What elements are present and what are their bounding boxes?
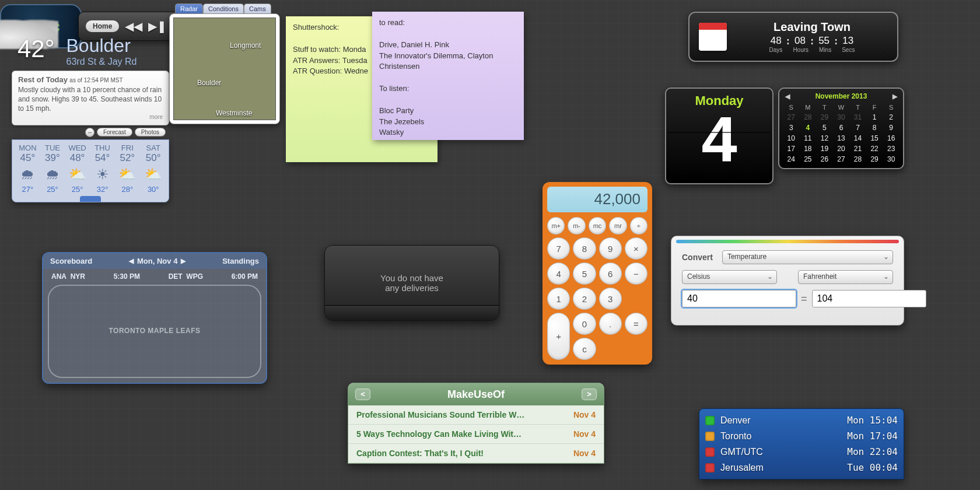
- xbmc-home-button[interactable]: Home: [86, 20, 119, 32]
- cal-day[interactable]: 5: [816, 123, 833, 133]
- weather-more-link[interactable]: more: [18, 113, 163, 121]
- score-prev-day[interactable]: ◀: [129, 257, 134, 265]
- rss-item[interactable]: Caption Contest: That's It, I Quit!Nov 4: [348, 444, 604, 463]
- prev-track-icon[interactable]: ◀◀: [125, 19, 142, 33]
- radar-tab-radar[interactable]: Radar: [175, 4, 203, 13]
- drawer-handle[interactable]: [80, 196, 101, 202]
- calc-key-mr[interactable]: mr: [609, 217, 626, 235]
- cal-day[interactable]: 24: [783, 154, 800, 164]
- calc-key-m+[interactable]: m+: [547, 217, 565, 235]
- score-next-day[interactable]: ▶: [181, 257, 186, 265]
- calc-key-equals[interactable]: =: [625, 313, 648, 335]
- calc-key-4[interactable]: 4: [547, 262, 570, 285]
- weather-collapse-button[interactable]: –: [85, 128, 94, 137]
- month-prev-button[interactable]: ◀: [785, 93, 790, 100]
- forecast-day[interactable]: WED48°⛅25°: [68, 144, 86, 194]
- cal-day[interactable]: 19: [816, 144, 833, 154]
- cal-day[interactable]: 11: [800, 133, 817, 144]
- cal-day[interactable]: 14: [849, 133, 866, 144]
- convert-from-input[interactable]: [682, 290, 796, 307]
- cal-day[interactable]: 23: [883, 144, 900, 154]
- calc-key-−[interactable]: −: [625, 262, 648, 285]
- cal-day[interactable]: 1: [866, 112, 883, 123]
- cal-day[interactable]: 30: [833, 112, 850, 123]
- map-label-boulder: Boulder: [197, 79, 221, 87]
- convert-to-select[interactable]: Fahrenheit: [798, 270, 893, 284]
- rest-of-today-label: Rest of Today: [18, 75, 68, 84]
- radar-tab-conditions[interactable]: Conditions: [203, 4, 244, 13]
- forecast-day[interactable]: FRI52°⛅28°: [118, 144, 136, 194]
- scoreboard-tab[interactable]: Scoreboard: [50, 257, 92, 265]
- clock-row[interactable]: DenverMon 15:04: [705, 412, 898, 428]
- forecast-button[interactable]: Forecast: [97, 128, 132, 136]
- cal-day[interactable]: 17: [783, 144, 800, 154]
- radar-map[interactable]: Longmont Boulder Westminste: [173, 18, 276, 120]
- rss-next-button[interactable]: >: [582, 388, 597, 400]
- month-next-button[interactable]: ▶: [892, 93, 897, 100]
- cal-day[interactable]: 27: [783, 112, 800, 123]
- clock-row[interactable]: GMT/UTCMon 22:04: [705, 444, 898, 460]
- scoreboard-widget: Scoreboard ◀Mon, Nov 4▶ Standings ANA NY…: [42, 252, 267, 384]
- cal-day[interactable]: 3: [783, 123, 800, 133]
- calc-key-9[interactable]: 9: [599, 237, 622, 260]
- cal-day[interactable]: 6: [833, 123, 850, 133]
- clock-row[interactable]: TorontoMon 17:04: [705, 428, 898, 444]
- cal-day[interactable]: 7: [849, 123, 866, 133]
- cal-day[interactable]: 13: [833, 133, 850, 144]
- cal-day[interactable]: 27: [833, 154, 850, 164]
- cal-day[interactable]: 15: [866, 133, 883, 144]
- calc-key-8[interactable]: 8: [573, 237, 596, 260]
- calc-key-÷[interactable]: ÷: [630, 217, 648, 235]
- unit-converter-widget: Convert Temperature Celsius Fahrenheit =: [671, 236, 904, 326]
- calc-key-+[interactable]: +: [547, 313, 570, 360]
- convert-type-select[interactable]: Temperature: [722, 250, 893, 264]
- cal-day[interactable]: 16: [883, 133, 900, 144]
- calc-key-c[interactable]: c: [573, 338, 596, 360]
- cal-day[interactable]: 26: [816, 154, 833, 164]
- clock-row[interactable]: JerusalemTue 00:04: [705, 460, 898, 475]
- cal-day[interactable]: 28: [800, 112, 817, 123]
- rss-prev-button[interactable]: <: [355, 388, 370, 400]
- forecast-day[interactable]: THU54°☀32°: [94, 144, 110, 194]
- calc-key-7[interactable]: 7: [547, 237, 570, 260]
- cal-day[interactable]: 8: [866, 123, 883, 133]
- sticky-note-purple[interactable]: to read: Drive, Daniel H. Pink The Innov…: [372, 12, 524, 140]
- calc-key-5[interactable]: 5: [573, 262, 596, 285]
- calc-key-.[interactable]: .: [599, 313, 622, 335]
- photos-button[interactable]: Photos: [135, 128, 166, 136]
- cal-day[interactable]: 25: [800, 154, 817, 164]
- cal-day[interactable]: 22: [866, 144, 883, 154]
- cal-day[interactable]: 20: [833, 144, 850, 154]
- calc-key-2[interactable]: 2: [573, 288, 596, 310]
- cal-day[interactable]: 31: [849, 112, 866, 123]
- calc-key-×[interactable]: ×: [625, 237, 648, 260]
- deliveries-widget[interactable]: You do not have any deliveries: [324, 245, 499, 321]
- cal-day[interactable]: 28: [849, 154, 866, 164]
- cal-day[interactable]: 12: [816, 133, 833, 144]
- cal-day[interactable]: 29: [816, 112, 833, 123]
- forecast-day[interactable]: TUE39°🌧25°: [45, 144, 60, 194]
- rss-item[interactable]: 5 Ways Technology Can Make Living Wit…No…: [348, 425, 604, 444]
- cal-day[interactable]: 18: [800, 144, 817, 154]
- cal-day[interactable]: 9: [883, 123, 900, 133]
- cal-day[interactable]: 2: [883, 112, 900, 123]
- calc-key-m-[interactable]: m-: [568, 217, 585, 235]
- rss-item[interactable]: Professional Musicians Sound Terrible W……: [348, 405, 604, 425]
- convert-from-select[interactable]: Celsius: [682, 270, 777, 284]
- cal-day[interactable]: 30: [883, 154, 900, 164]
- calc-key-1[interactable]: 1: [547, 288, 570, 310]
- cal-day[interactable]: 29: [866, 154, 883, 164]
- calc-key-6[interactable]: 6: [599, 262, 622, 285]
- cal-day[interactable]: 10: [783, 133, 800, 144]
- forecast-day[interactable]: SAT50°⛅30°: [145, 144, 162, 194]
- calc-key-mc[interactable]: mc: [589, 217, 606, 235]
- convert-to-input[interactable]: [812, 290, 926, 307]
- calc-key-3[interactable]: 3: [599, 288, 622, 310]
- radar-tab-cams[interactable]: Cams: [244, 4, 271, 13]
- forecast-day[interactable]: MON45°🌧27°: [19, 144, 36, 194]
- month-grid: SMTWTFS272829303112345678910111213141516…: [783, 103, 900, 164]
- cal-day[interactable]: 21: [849, 144, 866, 154]
- cal-day[interactable]: 4: [800, 123, 817, 133]
- calc-key-0[interactable]: 0: [573, 313, 596, 335]
- standings-tab[interactable]: Standings: [222, 257, 259, 265]
